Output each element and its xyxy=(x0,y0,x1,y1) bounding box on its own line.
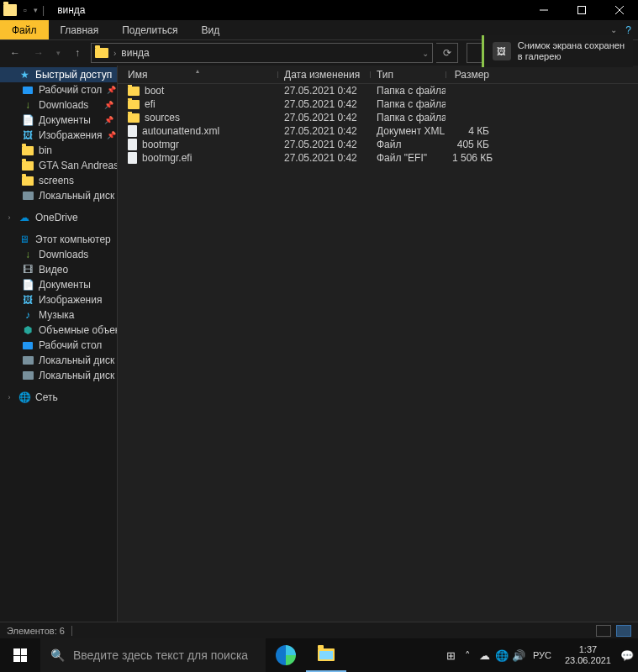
tray-network-icon[interactable]: 🌐 xyxy=(494,638,509,672)
svg-rect-1 xyxy=(577,7,585,14)
tray-meet-now-icon[interactable]: ⊞ xyxy=(444,638,459,672)
sidebar-item[interactable]: ↓Downloads xyxy=(0,247,117,262)
maximize-button[interactable] xyxy=(562,0,600,20)
notification-toast[interactable]: 🖼 Снимок экрана сохранен в галерею xyxy=(482,35,633,67)
edge-icon xyxy=(276,645,296,665)
tray-action-center-icon[interactable]: 💬 xyxy=(620,638,635,672)
sidebar-item-label: Изображения xyxy=(39,294,102,306)
sidebar-item[interactable]: 📄Документы📌 xyxy=(0,113,117,128)
sidebar-item[interactable]: GTA San Andreas xyxy=(0,158,117,173)
column-date[interactable]: Дата изменения xyxy=(277,69,370,81)
up-button[interactable]: ↑ xyxy=(67,43,87,63)
folder-icon xyxy=(95,48,108,58)
sidebar-item[interactable]: Локальный диск (D:) xyxy=(0,188,117,203)
sidebar-item[interactable]: bin xyxy=(0,143,117,158)
close-button[interactable] xyxy=(600,0,638,20)
pin-icon: 📌 xyxy=(104,101,113,109)
explorer-body: ★ Быстрый доступ Рабочий стол📌↓Downloads… xyxy=(0,66,638,622)
pin-icon: 📌 xyxy=(107,131,116,139)
file-date: 27.05.2021 0:42 xyxy=(277,112,370,123)
star-icon: ★ xyxy=(18,69,30,81)
sidebar-item[interactable]: ⬢Объемные объекты xyxy=(0,323,117,338)
file-row[interactable]: sources27.05.2021 0:42Папка с файлами xyxy=(118,111,638,124)
windows-logo-icon xyxy=(13,648,27,662)
expand-icon[interactable]: › xyxy=(5,213,13,222)
cloud-icon: ☁ xyxy=(18,212,30,223)
tray-language[interactable]: РУС xyxy=(528,650,556,660)
file-type: Файл "EFI" xyxy=(370,152,446,164)
tray-overflow-icon[interactable]: ˄ xyxy=(461,638,476,672)
file-row[interactable]: bootmgr27.05.2021 0:42Файл405 КБ xyxy=(118,138,638,151)
file-name: efi xyxy=(145,98,156,110)
breadcrumb[interactable]: винда xyxy=(121,47,149,59)
file-icon xyxy=(128,125,137,137)
sidebar-item[interactable]: ♪Музыка xyxy=(0,307,117,323)
file-row[interactable]: boot27.05.2021 0:42Папка с файлами xyxy=(118,84,638,97)
sidebar-item[interactable]: 🎞Видео xyxy=(0,262,117,277)
file-name: autounattend.xml xyxy=(142,125,219,137)
chevron-down-icon[interactable]: ⌄ xyxy=(422,49,429,58)
sidebar-item[interactable]: 🖼Изображения xyxy=(0,292,117,307)
column-size[interactable]: Размер xyxy=(446,69,496,81)
doc-icon: 📄 xyxy=(22,279,34,291)
file-row[interactable]: efi27.05.2021 0:42Папка с файлами xyxy=(118,97,638,111)
sidebar-item[interactable]: Рабочий стол xyxy=(0,338,117,353)
sidebar-quick-access[interactable]: ★ Быстрый доступ xyxy=(0,67,117,82)
folder-icon xyxy=(128,113,140,123)
qat-dropdown-icon[interactable]: ▾ xyxy=(34,6,38,14)
forward-button[interactable]: → xyxy=(29,43,49,63)
view-large-icons-button[interactable] xyxy=(596,625,611,637)
sidebar-onedrive[interactable]: › ☁ OneDrive xyxy=(0,210,117,225)
tab-view[interactable]: Вид xyxy=(189,20,231,39)
separator xyxy=(71,626,72,636)
sidebar: ★ Быстрый доступ Рабочий стол📌↓Downloads… xyxy=(0,66,118,622)
start-button[interactable] xyxy=(0,638,40,672)
address-bar[interactable]: › винда ⌄ xyxy=(91,43,433,63)
sort-indicator-icon: ▴ xyxy=(196,67,199,75)
sidebar-label: Сеть xyxy=(35,391,58,403)
tray-volume-icon[interactable]: 🔊 xyxy=(511,638,526,672)
sidebar-item[interactable]: Рабочий стол📌 xyxy=(0,82,117,97)
img-icon: 🖼 xyxy=(22,294,34,306)
sidebar-item[interactable]: 📄Документы xyxy=(0,277,117,292)
file-size: 1 506 КБ xyxy=(446,152,496,164)
view-details-button[interactable] xyxy=(616,625,631,637)
taskbar-explorer[interactable] xyxy=(306,638,346,672)
history-dropdown[interactable]: ▾ xyxy=(52,43,64,63)
sidebar-this-pc[interactable]: 🖥 Этот компьютер xyxy=(0,232,117,247)
expand-icon[interactable]: › xyxy=(5,393,13,402)
sidebar-label: OneDrive xyxy=(35,212,78,223)
ribbon-expand-icon[interactable]: ⌄ xyxy=(610,25,617,34)
file-date: 27.05.2021 0:42 xyxy=(277,85,370,97)
back-button[interactable]: ← xyxy=(5,43,25,63)
taskbar-edge[interactable] xyxy=(266,638,306,672)
tray-clock[interactable]: 1:37 23.06.2021 xyxy=(558,644,618,666)
tab-home[interactable]: Главная xyxy=(49,20,111,39)
chevron-right-icon[interactable]: › xyxy=(113,49,116,58)
tab-share[interactable]: Поделиться xyxy=(110,20,189,39)
sidebar-item[interactable]: ↓Downloads📌 xyxy=(0,97,117,113)
column-name[interactable]: ▴Имя xyxy=(118,69,277,81)
sidebar-item-label: Локальный диск (D:) xyxy=(39,370,118,381)
file-tab[interactable]: Файл xyxy=(0,20,49,39)
sidebar-item-label: Музыка xyxy=(39,309,74,321)
sidebar-label: Этот компьютер xyxy=(35,234,111,245)
file-row[interactable]: autounattend.xml27.05.2021 0:42Документ … xyxy=(118,124,638,138)
help-icon[interactable]: ? xyxy=(625,24,631,36)
sidebar-item[interactable]: screens xyxy=(0,173,117,188)
minimize-button[interactable] xyxy=(525,0,562,20)
down-icon: ↓ xyxy=(22,249,34,260)
taskbar-search[interactable]: 🔍 Введите здесь текст для поиска xyxy=(40,638,266,672)
disk-icon xyxy=(22,370,34,381)
refresh-button[interactable]: ⟳ xyxy=(436,43,458,63)
system-tray: ⊞ ˄ ☁ 🌐 🔊 РУС 1:37 23.06.2021 💬 xyxy=(444,638,638,672)
tray-onedrive-icon[interactable]: ☁ xyxy=(477,638,493,672)
desk-icon xyxy=(22,339,34,351)
sidebar-network[interactable]: › 🌐 Сеть xyxy=(0,390,117,405)
sidebar-item[interactable]: 🖼Изображения📌 xyxy=(0,128,117,143)
column-type[interactable]: Тип xyxy=(370,69,446,81)
qat-save-icon[interactable]: ▫ xyxy=(18,4,32,16)
file-row[interactable]: bootmgr.efi27.05.2021 0:42Файл "EFI"1 50… xyxy=(118,151,638,165)
sidebar-item[interactable]: Локальный диск (C:) xyxy=(0,353,117,368)
sidebar-item[interactable]: Локальный диск (D:) xyxy=(0,368,117,383)
